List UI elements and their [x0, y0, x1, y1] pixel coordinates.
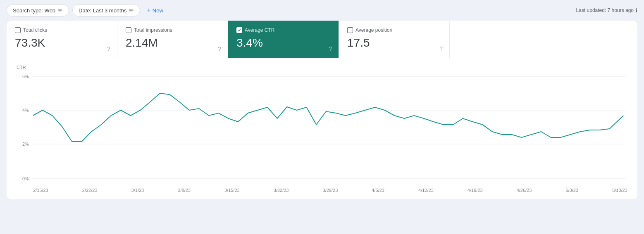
x-label: 4/5/23 [372, 188, 384, 193]
x-label: 5/3/23 [565, 188, 578, 193]
chart-y-label: CTR [17, 65, 627, 70]
label-average-position: Average position [355, 27, 392, 33]
svg-text:4%: 4% [22, 108, 29, 113]
x-label: 3/29/23 [323, 188, 338, 193]
value-average-ctr: 3.4% [236, 36, 330, 50]
checkbox-average-ctr[interactable]: ✓ [236, 27, 242, 33]
plus-icon: + [147, 7, 150, 14]
help-total-impressions[interactable]: ? [218, 45, 221, 52]
x-label: 3/1/23 [131, 188, 144, 193]
date-label: Date: Last 3 months [79, 7, 126, 14]
label-average-ctr: Average CTR [245, 27, 274, 33]
metric-total-impressions[interactable]: Total impressions 2.14M ? [117, 21, 228, 58]
checkmark-icon: ✓ [238, 28, 241, 33]
label-total-impressions: Total impressions [134, 27, 172, 33]
info-icon: ℹ [635, 7, 637, 14]
x-label: 3/22/23 [274, 188, 289, 193]
metric-average-position[interactable]: Average position 17.5 ? [339, 21, 450, 58]
value-total-impressions: 2.14M [126, 36, 219, 50]
x-labels: 2/15/23 2/22/23 3/1/23 3/8/23 3/15/23 3/… [17, 186, 627, 193]
edit-icon: ✏ [58, 7, 63, 14]
edit-icon-date: ✏ [129, 7, 134, 14]
top-bar: Search type: Web ✏ Date: Last 3 months ✏… [0, 0, 644, 21]
date-filter[interactable]: Date: Last 3 months ✏ [72, 4, 140, 17]
checkbox-total-impressions[interactable] [126, 27, 131, 33]
x-label: 3/8/23 [178, 188, 191, 193]
x-label: 5/10/23 [612, 188, 627, 193]
label-total-clicks: Total clicks [23, 27, 47, 33]
last-updated: Last updated: 7 hours ago ℹ [576, 7, 637, 14]
metrics-row: Total clicks 73.3K ? Total impressions 2… [7, 21, 637, 58]
chart-container: 6% 4% 2% 0% [17, 71, 627, 186]
svg-text:6%: 6% [22, 74, 29, 79]
value-total-clicks: 73.3K [15, 36, 109, 50]
svg-text:2%: 2% [22, 142, 29, 147]
empty-area [450, 21, 637, 58]
search-type-filter[interactable]: Search type: Web ✏ [7, 4, 69, 17]
x-label: 2/15/23 [33, 188, 48, 193]
checkbox-total-clicks[interactable] [15, 27, 21, 33]
main-card: Total clicks 73.3K ? Total impressions 2… [7, 21, 637, 199]
help-average-ctr[interactable]: ? [329, 45, 332, 52]
help-total-clicks[interactable]: ? [107, 45, 110, 52]
metric-average-ctr[interactable]: ✓ Average CTR 3.4% ? [228, 21, 339, 58]
chart-svg: 6% 4% 2% 0% [17, 71, 627, 186]
x-label: 2/22/23 [82, 188, 98, 193]
chart-area: CTR 6% 4% 2% 0% 2/15/23 2/22/23 3/1/23 3… [7, 58, 637, 193]
svg-text:0%: 0% [22, 176, 29, 181]
help-average-position[interactable]: ? [439, 45, 443, 52]
ctr-line [33, 93, 623, 142]
x-label: 4/12/23 [418, 188, 434, 193]
new-button[interactable]: + New [143, 4, 166, 17]
checkbox-average-position[interactable] [347, 27, 353, 33]
x-label: 3/15/23 [224, 188, 240, 193]
value-average-position: 17.5 [347, 36, 441, 50]
metric-total-clicks[interactable]: Total clicks 73.3K ? [7, 21, 117, 58]
x-label: 4/19/23 [467, 188, 483, 193]
x-label: 4/26/23 [517, 188, 532, 193]
search-type-label: Search type: Web [13, 7, 55, 14]
